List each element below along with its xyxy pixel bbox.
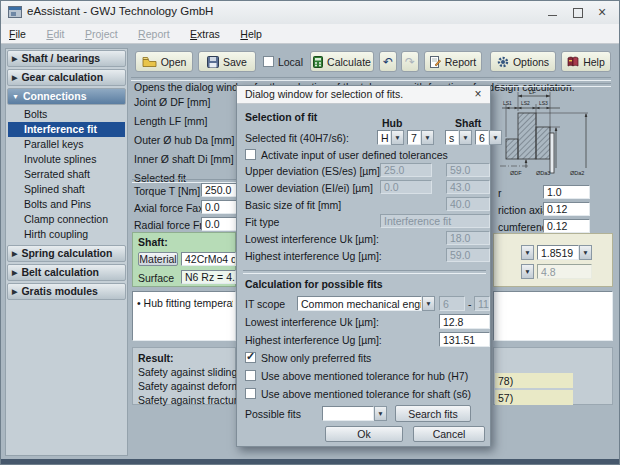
sidebar-item-hirth-coupling[interactable]: Hirth coupling — [8, 227, 125, 242]
sidebar-item-bolts[interactable]: Bolts — [8, 107, 125, 122]
fit-type-field: Interference fit — [380, 214, 490, 228]
basic-size-label: Basic size of fit [mm] — [245, 199, 341, 211]
sidebar-section-spring-calculation[interactable]: ▶Spring calculation — [7, 245, 126, 262]
sidebar-section-label: Spring calculation — [21, 247, 112, 259]
shaft-grade-combo-arrow[interactable]: ▼ — [489, 130, 502, 145]
sidebar-section-label: Shaft / bearings — [21, 52, 100, 64]
sidebar-section-gratis-modules[interactable]: ▶Gratis modules — [7, 283, 126, 300]
maximize-button[interactable] — [567, 4, 589, 21]
user-tolerance-checkbox[interactable] — [245, 149, 256, 160]
sidebar-section-shaft-bearings[interactable]: ▶Shaft / bearings — [7, 50, 126, 67]
material-button[interactable]: Material — [138, 252, 178, 266]
calculate-button[interactable]: Calculate — [310, 51, 374, 72]
report-label: Report — [445, 56, 477, 68]
radial-force-input[interactable]: 0.0 — [201, 217, 237, 231]
local-checkbox-group[interactable]: Local — [261, 51, 305, 72]
sidebar-item-splined-shaft[interactable]: Splined shaft — [8, 182, 125, 197]
dialog-close-button[interactable]: × — [471, 87, 485, 101]
calc-highest-interference-input[interactable]: 131.51 — [439, 332, 490, 347]
calc-lowest-interference-label: Lowest interference Uk [µm]: — [245, 316, 379, 328]
calc-highest-interference-label: Highest interference Ug [µm]: — [245, 334, 382, 346]
user-tolerance-label: Activate input of user defined tolerance… — [261, 149, 448, 161]
sidebar-item-interference-fit[interactable]: Interference fit — [8, 122, 125, 137]
upper-deviation-shaft-field: 59.0 — [446, 163, 490, 177]
material-value-field[interactable]: 42CrMo4 quench — [181, 252, 236, 266]
sidebar-item-clamp-connection[interactable]: Clamp connection — [8, 212, 125, 227]
chevron-right-icon: ▶ — [12, 51, 17, 66]
friction-axial-input[interactable]: 0.12 — [543, 202, 590, 216]
lowest-interference-field: 18.0 — [446, 231, 490, 245]
minimize-button[interactable] — [541, 4, 563, 21]
hub-material-combo-arrow[interactable]: ▼ — [521, 245, 534, 260]
redo-button[interactable]: ↷ — [401, 51, 419, 72]
possible-fits-select[interactable] — [322, 406, 374, 421]
dim-label-da2: ØDa2 — [570, 170, 584, 176]
shaft-column-header: Shaft — [455, 117, 481, 129]
possible-fits-combo-arrow[interactable]: ▼ — [374, 406, 387, 421]
local-checkbox[interactable] — [263, 56, 274, 67]
shaft-letter-field[interactable]: s — [445, 130, 459, 145]
axial-force-input[interactable]: 0.0 — [201, 200, 237, 214]
menu-help[interactable]: Help — [232, 25, 270, 44]
window-titlebar: eAssistant - GWJ Technology GmbH × — [1, 1, 619, 25]
gear-icon — [497, 56, 509, 68]
calc-lowest-interference-input[interactable]: 12.8 — [439, 314, 490, 329]
sidebar-item-serrated-shaft[interactable]: Serrated shaft — [8, 167, 125, 182]
close-icon: × — [474, 87, 481, 101]
search-fits-button[interactable]: Search fits — [395, 405, 471, 422]
save-label: Save — [223, 56, 247, 68]
cancel-button[interactable]: Cancel — [413, 426, 485, 442]
options-button[interactable]: Options — [490, 51, 556, 72]
dialog-title: Dialog window for selection of fits. — [245, 88, 403, 100]
it-scope-combo-arrow[interactable]: ▼ — [422, 296, 435, 311]
report-button[interactable]: Report — [424, 51, 482, 72]
menu-extras[interactable]: Extras — [182, 25, 228, 44]
save-button[interactable]: Save — [198, 51, 256, 72]
shaft-tolerance-label: Use above mentioned tolerance for shaft … — [261, 388, 471, 400]
torque-input[interactable]: 250.0 — [201, 183, 237, 197]
result-value-fragment: 78) — [495, 373, 573, 388]
sidebar-item-involute-splines[interactable]: Involute splines — [8, 152, 125, 167]
hub-tolerance-checkbox[interactable] — [245, 370, 256, 381]
close-button[interactable]: × — [591, 4, 613, 21]
undo-button[interactable]: ↶ — [379, 51, 397, 72]
hub-grade-field[interactable]: 7 — [407, 130, 421, 145]
options-label: Options — [513, 56, 549, 68]
open-button[interactable]: Open — [135, 51, 193, 72]
chevron-down-icon: ▼ — [12, 89, 19, 104]
friction-circumference-input[interactable]: 0.12 — [543, 219, 590, 233]
preferred-fits-checkbox[interactable] — [245, 352, 256, 363]
dim-label-ls3: LS3 — [539, 100, 548, 106]
chevron-right-icon: ▶ — [12, 265, 17, 280]
window-title: eAssistant - GWJ Technology GmbH — [27, 5, 213, 17]
sidebar-item-bolts-and-pins[interactable]: Bolts and Pins — [8, 197, 125, 212]
sidebar-section-belt-calculation[interactable]: ▶Belt calculation — [7, 264, 126, 281]
application-factor-input[interactable]: 1.0 — [543, 185, 590, 199]
sidebar-section-connections[interactable]: ▼Connections — [7, 88, 126, 105]
dim-label-lf: LF — [529, 89, 536, 95]
shaft-tolerance-checkbox[interactable] — [245, 388, 256, 399]
sidebar-section-gear-calculation[interactable]: ▶Gear calculation — [7, 69, 126, 86]
lower-deviation-hub-field: 0.0 — [380, 180, 432, 194]
hub-letter-field[interactable]: H — [377, 130, 391, 145]
hub-surface-combo-arrow[interactable]: ▼ — [521, 264, 534, 279]
help-button[interactable]: Help — [561, 51, 611, 72]
hub-modulus-field[interactable]: 1.8519 — [537, 245, 579, 260]
menu-edit: Edit — [38, 25, 72, 44]
hub-grade-combo-arrow[interactable]: ▼ — [421, 130, 434, 145]
basic-size-field: 40.0 — [446, 197, 490, 211]
it-scope-select[interactable]: Common mechanical engineering — [297, 296, 422, 311]
hub-letter-combo-arrow[interactable]: ▼ — [391, 130, 404, 145]
shaft-grade-field[interactable]: 6 — [475, 130, 489, 145]
sidebar-item-parallel-keys[interactable]: Parallel keys — [8, 137, 125, 152]
save-diskette-icon — [207, 56, 219, 68]
menu-file[interactable]: File — [1, 25, 34, 44]
upper-deviation-label: Upper deviation (ES/es) [µm] — [245, 165, 380, 177]
chevron-right-icon: ▶ — [12, 284, 17, 299]
ok-button[interactable]: Ok — [325, 426, 403, 442]
menu-report: Report — [130, 25, 178, 44]
hub-modulus-combo-arrow[interactable]: ▼ — [579, 245, 592, 260]
surface-value-field[interactable]: N6 Rz = 4.8 — [181, 270, 236, 284]
shaft-letter-combo-arrow[interactable]: ▼ — [459, 130, 472, 145]
calculator-icon — [313, 56, 323, 68]
